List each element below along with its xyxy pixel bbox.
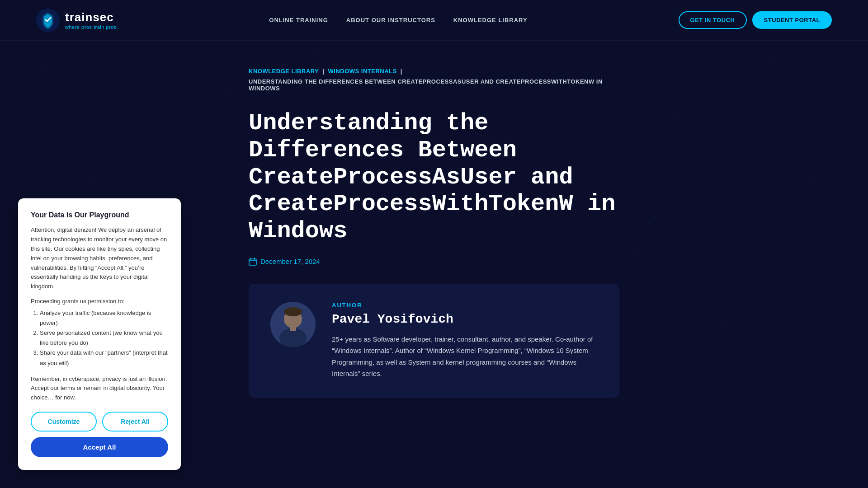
cookie-list: Analyze your traffic (because knowledge …: [31, 308, 168, 368]
cookie-footer-text: Remember, in cyberspace, privacy is just…: [31, 375, 168, 403]
author-bio: 25+ years as Software developer, trainer…: [332, 333, 598, 380]
main-content: KNOWLEDGE LIBRARY | WINDOWS INTERNALS | …: [231, 41, 637, 434]
logo-text: trainsec where pros train pros.: [65, 10, 118, 30]
accept-all-button[interactable]: Accept All: [31, 437, 168, 457]
cookie-permission-label: Proceeding grants us permission to:: [31, 298, 168, 305]
author-name: Pavel Yosifovich: [332, 312, 598, 326]
date-text: December 17, 2024: [260, 258, 320, 265]
customize-button[interactable]: Customize: [31, 412, 97, 432]
nav-buttons: GET IN TOUCH STUDENT PORTAL: [679, 11, 832, 29]
nav-online-training[interactable]: ONLINE TRAINING: [269, 17, 328, 23]
breadcrumb-separator-1: |: [322, 68, 324, 75]
cookie-banner: Your Data is Our Playground Attention, d…: [18, 198, 181, 470]
student-portal-button[interactable]: STUDENT PORTAL: [752, 11, 832, 29]
author-avatar: [270, 302, 316, 347]
logo-icon: [36, 9, 60, 32]
author-label: AUTHOR: [332, 302, 598, 309]
cookie-list-item-3: Share your data with our “partners” (int…: [40, 348, 168, 368]
calendar-icon: [249, 258, 257, 266]
breadcrumb-current: UNDERSTANDING THE DIFFERENCES BETWEEN CR…: [249, 78, 619, 92]
cookie-buttons-row: Customize Reject All: [31, 412, 168, 432]
breadcrumb-knowledge-library[interactable]: KNOWLEDGE LIBRARY: [249, 68, 319, 75]
cookie-title: Your Data is Our Playground: [31, 211, 168, 219]
logo[interactable]: trainsec where pros train pros.: [36, 9, 118, 32]
author-card: AUTHOR Pavel Yosifovich 25+ years as Sof…: [249, 284, 619, 398]
breadcrumb: KNOWLEDGE LIBRARY | WINDOWS INTERNALS | …: [249, 68, 619, 92]
reject-all-button[interactable]: Reject All: [102, 412, 168, 432]
author-info: AUTHOR Pavel Yosifovich 25+ years as Sof…: [332, 302, 598, 380]
svg-point-8: [284, 307, 302, 316]
breadcrumb-separator-2: |: [401, 68, 402, 75]
article-date: December 17, 2024: [249, 258, 619, 266]
get-in-touch-button[interactable]: GET IN TOUCH: [679, 11, 747, 29]
cookie-list-item-2: Serve personalized content (we know what…: [40, 328, 168, 348]
nav-knowledge-library[interactable]: KNOWLEDGE LIBRARY: [453, 17, 528, 23]
svg-rect-1: [249, 259, 256, 265]
main-nav: ONLINE TRAINING ABOUT OUR INSTRUCTORS KN…: [269, 17, 527, 23]
site-header: trainsec where pros train pros. ONLINE T…: [0, 0, 868, 41]
svg-rect-9: [290, 326, 296, 331]
cookie-body: Attention, digital denizen! We deploy an…: [31, 225, 168, 291]
nav-about-instructors[interactable]: ABOUT OUR INSTRUCTORS: [346, 17, 435, 23]
avatar-image: [270, 302, 316, 347]
svg-point-6: [279, 328, 307, 347]
page-title: Understanding the Differences Between Cr…: [249, 110, 619, 245]
logo-tagline: where pros train pros.: [65, 24, 118, 30]
logo-name: trainsec: [65, 10, 118, 24]
cookie-list-item-1: Analyze your traffic (because knowledge …: [40, 308, 168, 328]
breadcrumb-windows-internals[interactable]: WINDOWS INTERNALS: [328, 68, 397, 75]
